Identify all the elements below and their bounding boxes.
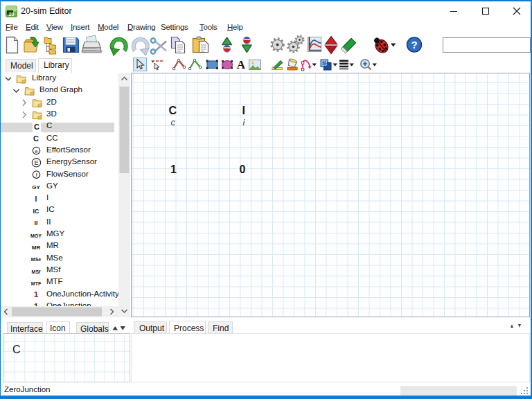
svg-text:II: II [34,220,37,227]
svg-text:MSe: MSe [31,257,42,262]
svg-text:MTF: MTF [31,281,42,286]
svg-text:MSf: MSf [32,269,42,274]
svg-text:A: A [237,58,246,71]
svg-text:C: C [33,134,39,143]
svg-text:f: f [35,172,37,178]
svg-text:?: ? [411,39,417,51]
svg-text:20: 20 [9,12,15,17]
svg-text:MGY: MGY [30,233,42,238]
svg-text:e: e [35,148,38,154]
svg-text:IC: IC [33,208,40,215]
svg-text:GY: GY [32,184,40,190]
svg-text:E: E [34,159,38,166]
svg-text:I: I [35,195,37,203]
svg-text:1: 1 [34,290,38,299]
svg-text:C: C [34,123,39,131]
svg-text:MR: MR [32,245,41,251]
